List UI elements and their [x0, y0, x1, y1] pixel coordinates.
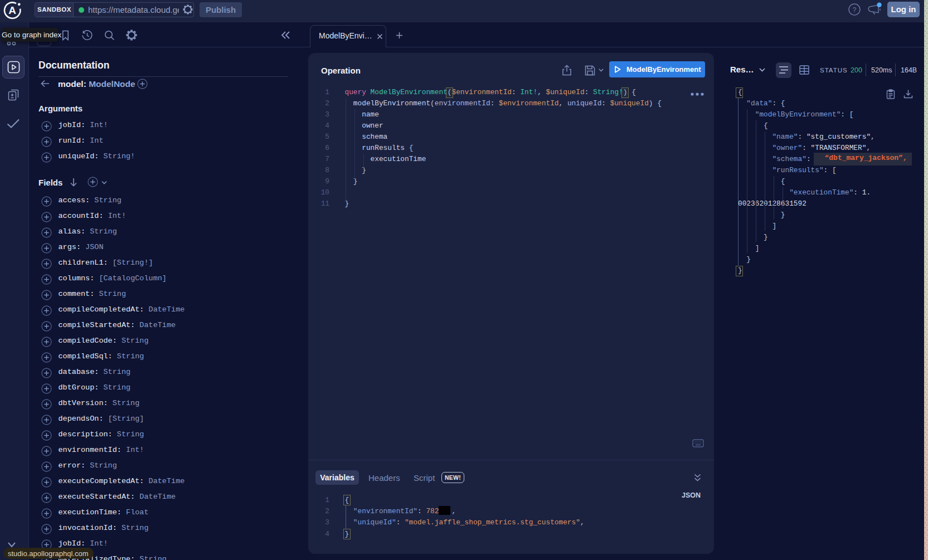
svg-text:?: ? — [853, 6, 857, 14]
svg-text:A: A — [8, 4, 16, 16]
